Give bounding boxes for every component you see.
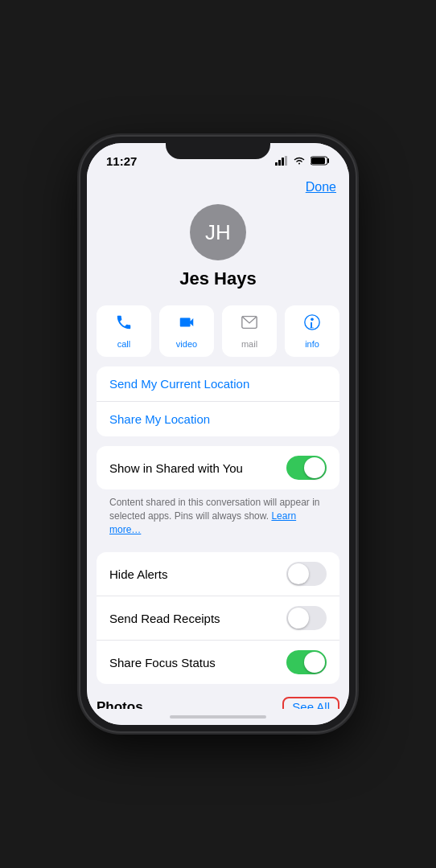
- avatar: JH: [190, 204, 246, 260]
- contact-section: JH Jes Hays: [87, 198, 349, 302]
- send-read-receipts-toggle[interactable]: [286, 606, 327, 630]
- see-all-button[interactable]: See All: [282, 697, 339, 709]
- video-label: video: [176, 339, 197, 349]
- mail-label: mail: [241, 339, 257, 349]
- share-focus-status-row: Share Focus Status: [97, 641, 339, 684]
- video-icon: [178, 313, 195, 335]
- home-indicator: [87, 709, 349, 725]
- shared-with-you-card: Show in Shared with You: [97, 446, 339, 489]
- info-icon: [303, 313, 321, 335]
- signal-icon: [275, 156, 288, 166]
- toggle-thumb: [304, 457, 325, 478]
- hide-alerts-row: Hide Alerts: [97, 552, 339, 596]
- hide-alerts-label: Hide Alerts: [109, 567, 168, 581]
- video-button[interactable]: video: [159, 305, 214, 357]
- hide-alerts-toggle[interactable]: [286, 562, 327, 586]
- shared-with-you-description: Content shared in this conversation will…: [97, 493, 339, 546]
- call-button[interactable]: call: [97, 305, 151, 357]
- svg-rect-2: [282, 158, 284, 166]
- phone-notch: [166, 137, 270, 159]
- share-focus-status-label: Share Focus Status: [109, 656, 216, 669]
- svg-rect-1: [278, 160, 281, 166]
- info-label: info: [305, 339, 319, 349]
- header-section: Done: [87, 174, 349, 198]
- send-read-receipts-label: Send Read Receipts: [109, 612, 220, 625]
- mail-button[interactable]: mail: [222, 305, 277, 357]
- svg-rect-3: [285, 156, 287, 166]
- photos-header: Photos See All: [97, 694, 339, 709]
- battery-icon: [311, 156, 330, 166]
- content-area: Done JH Jes Hays call: [87, 174, 349, 709]
- phone-screen: 11:27: [87, 143, 349, 725]
- home-bar: [170, 715, 266, 719]
- svg-point-7: [311, 318, 314, 321]
- call-label: call: [117, 339, 131, 349]
- send-read-receipts-row: Send Read Receipts: [97, 596, 339, 641]
- wifi-icon: [293, 156, 306, 166]
- toggles-card: Hide Alerts Send Read Receipts Share Foc…: [97, 552, 339, 684]
- photos-title: Photos: [97, 699, 143, 709]
- svg-rect-0: [275, 162, 278, 166]
- shared-with-you-toggle[interactable]: [286, 456, 327, 480]
- contact-name: Jes Hays: [179, 268, 256, 289]
- phone-frame: 11:27: [80, 137, 356, 731]
- call-icon: [115, 313, 133, 335]
- share-focus-status-toggle[interactable]: [286, 650, 327, 674]
- status-time: 11:27: [106, 154, 137, 168]
- shared-with-you-row: Show in Shared with You: [97, 446, 339, 489]
- share-location-row[interactable]: Share My Location: [97, 402, 339, 436]
- action-buttons-row: call video: [97, 305, 339, 357]
- svg-rect-5: [311, 158, 325, 164]
- info-button[interactable]: info: [285, 305, 339, 357]
- status-icons: [275, 156, 330, 166]
- done-button[interactable]: Done: [306, 180, 336, 194]
- shared-with-you-label: Show in Shared with You: [109, 461, 243, 475]
- location-card: Send My Current Location Share My Locati…: [97, 366, 339, 436]
- mail-icon: [241, 313, 258, 335]
- send-location-row[interactable]: Send My Current Location: [97, 366, 339, 402]
